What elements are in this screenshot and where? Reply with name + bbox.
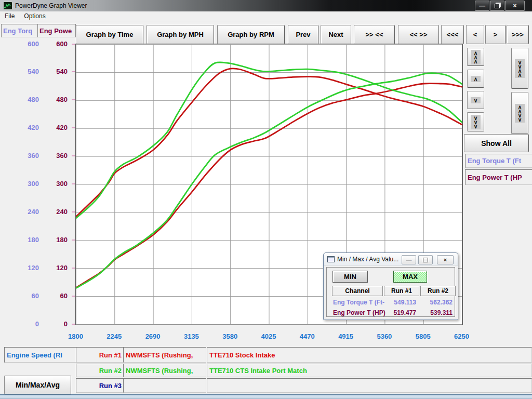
restore-icon	[423, 258, 428, 262]
minimize-icon: —	[406, 257, 412, 263]
minmax-body: MIN MAX Channel Run #1 Run #2 Eng Torque…	[326, 267, 455, 317]
torque-y-axis-label: 540	[15, 68, 39, 75]
close-button[interactable]: ×	[505, 1, 525, 11]
menu-bar: File Options	[0, 11, 532, 21]
power-y-axis-label: 360	[44, 152, 68, 159]
run1-dyno-field[interactable]: NWMSFTS (Rushing,	[123, 347, 206, 363]
run2-description-field[interactable]: TTE710 CTS Intake Port Match	[207, 364, 532, 377]
scroll-right-button[interactable]: >	[485, 25, 506, 44]
run3-label[interactable]: Run #3	[76, 378, 124, 393]
window-title: PowerDyne Graph Viewer	[15, 2, 87, 9]
y-axis-tick	[72, 44, 75, 45]
up-chevron-icon: ∧	[473, 77, 477, 81]
zoom-in-x-button[interactable]: >> <<	[354, 25, 395, 44]
scroll-up-fast-button[interactable]: ∧∧∧	[467, 48, 484, 66]
column-header-channel: Channel	[332, 286, 383, 296]
minimize-button[interactable]: —	[475, 1, 489, 11]
menu-file[interactable]: File	[0, 12, 19, 20]
row-torque-channel: Eng Torque T (Ft-	[333, 299, 384, 306]
title-bar: PowerDyne Graph Viewer — ×	[0, 0, 532, 11]
triple-down-chevron-icon: ∨∨∨	[473, 116, 477, 128]
torque-y-axis-label: 60	[15, 292, 39, 300]
torque-channel-label[interactable]: Eng Torque T (Ft	[465, 154, 532, 168]
minmax-restore-button[interactable]	[418, 255, 433, 264]
app-icon	[3, 2, 12, 10]
scroll-right-fast-button[interactable]: >>>	[507, 25, 529, 44]
show-all-button[interactable]: Show All	[464, 134, 529, 152]
torque-y-axis-label: 300	[15, 180, 39, 188]
y-axis-tick	[72, 183, 75, 184]
run1-label[interactable]: Run #1	[76, 347, 124, 363]
minmax-minimize-button[interactable]: —	[402, 255, 416, 264]
x-axis-label: 6250	[446, 332, 477, 340]
x-axis-channel-label[interactable]: Engine Speed (RI	[4, 347, 77, 363]
torque-y-axis-label: 600	[15, 40, 39, 48]
x-axis-label: 4025	[253, 332, 284, 340]
expand-chevrons-icon: ∧∧∨∨	[517, 105, 522, 122]
close-icon: ×	[444, 257, 447, 263]
expand-y-scale-button[interactable]: ∧∧∨∨	[511, 92, 528, 134]
prev-button[interactable]: Prev	[288, 25, 318, 44]
row-power-run2-max: 539.311	[420, 309, 453, 316]
minmax-window-icon	[327, 256, 335, 262]
run2-dyno-field[interactable]: NWMSFTS (Rushing,	[123, 364, 206, 377]
triple-up-chevron-icon: ∧∧∧	[473, 51, 477, 63]
maximize-restore-button[interactable]	[490, 1, 504, 11]
scroll-up-button[interactable]: ∧	[467, 70, 484, 88]
minmax-close-button[interactable]: ×	[437, 255, 454, 264]
max-button[interactable]: MAX	[393, 271, 427, 283]
column-header-run1: Run #1	[384, 286, 419, 296]
column-header-run2: Run #2	[420, 286, 456, 296]
x-axis-label: 1800	[60, 332, 91, 340]
row-power-channel: Eng Power T (HP)	[333, 309, 385, 316]
run3-dyno-field[interactable]	[123, 378, 206, 393]
power-y-axis-label: 600	[44, 40, 68, 48]
graph-by-rpm-button[interactable]: Graph by RPM	[217, 25, 285, 44]
run1-description-field[interactable]: TTE710 Stock Intake	[207, 347, 532, 363]
minmax-window-title: Min / Max / Avg Valu...	[337, 256, 398, 263]
scroll-left-fast-button[interactable]: <<<	[441, 25, 464, 44]
y-axis-tick	[72, 296, 75, 297]
power-y-axis-label: 480	[44, 96, 68, 103]
next-button[interactable]: Next	[321, 25, 351, 44]
power-channel-label[interactable]: Eng Power T (HP	[465, 169, 532, 185]
x-axis-label: 3580	[215, 332, 246, 340]
row-power-run1-max: 519.477	[384, 309, 416, 316]
x-axis-label: 2690	[137, 332, 168, 340]
power-y-axis-label: 120	[44, 264, 68, 272]
down-chevron-icon: ∨	[473, 98, 477, 102]
scroll-down-fast-button[interactable]: ∨∨∨	[467, 112, 484, 131]
x-axis-label: 5360	[369, 332, 400, 340]
min-button[interactable]: MIN	[332, 271, 368, 283]
minmax-values-window[interactable]: Min / Max / Avg Valu... — × MIN MAX Chan…	[323, 252, 458, 320]
power-y-axis-label: 240	[44, 208, 68, 216]
minimize-icon: —	[479, 2, 485, 9]
row-torque-run2-max: 562.362	[420, 299, 453, 306]
y-axis-tick	[72, 155, 75, 156]
y-axis-tick	[72, 127, 75, 128]
graph-by-time-button[interactable]: Graph by Time	[76, 25, 143, 44]
torque-y-axis-label: 480	[15, 96, 39, 103]
x-axis-label: 5805	[407, 332, 438, 340]
compress-y-scale-button[interactable]: ∨∨∧∧	[511, 48, 528, 89]
scroll-left-button[interactable]: <	[466, 25, 484, 44]
tab-eng-power-axis[interactable]: Eng Powe	[37, 24, 76, 37]
torque-y-axis-label: 180	[15, 236, 39, 244]
torque-y-axis-label: 0	[15, 320, 39, 328]
run3-description-field[interactable]	[207, 378, 532, 393]
x-axis-label: 3135	[176, 332, 207, 340]
run2-label[interactable]: Run #2	[76, 364, 124, 377]
menu-options[interactable]: Options	[19, 12, 50, 20]
row-torque-run1-max: 549.113	[384, 299, 416, 306]
y-axis-tick	[72, 99, 75, 100]
minmax-title-bar[interactable]: Min / Max / Avg Valu... — ×	[324, 253, 458, 265]
zoom-out-x-button[interactable]: << >>	[398, 25, 439, 44]
power-y-axis-label: 300	[44, 180, 68, 188]
torque-y-axis-label: 420	[15, 124, 39, 131]
tab-eng-torque-axis[interactable]: Eng Torq	[1, 24, 38, 37]
close-icon: ×	[513, 2, 516, 9]
window-bottom-border	[0, 394, 532, 399]
minmax-avg-button[interactable]: Min/Max/Avg	[4, 376, 71, 394]
scroll-down-button[interactable]: ∨	[467, 91, 484, 109]
graph-by-mph-button[interactable]: Graph by MPH	[147, 25, 214, 44]
